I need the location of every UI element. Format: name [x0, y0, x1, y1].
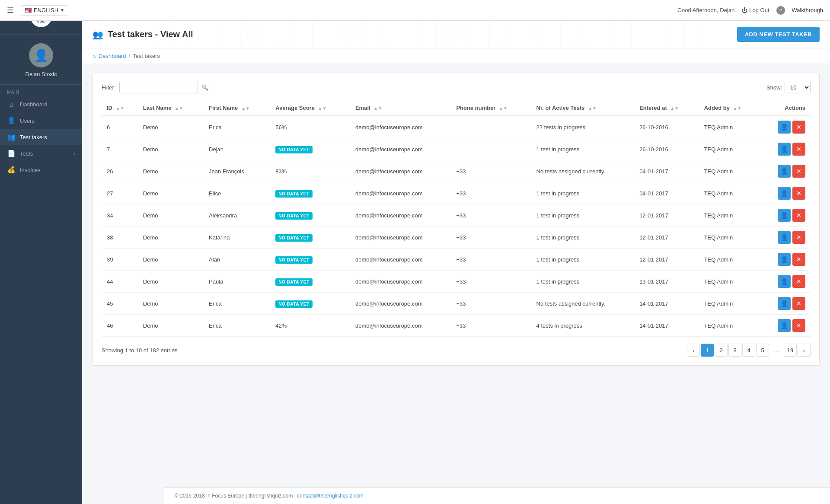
user-edit-icon: 👤 — [781, 146, 788, 153]
delete-button[interactable]: ✕ — [792, 253, 805, 266]
edit-button[interactable]: 👤 — [778, 253, 791, 266]
col-id[interactable]: ID ▲▼ — [102, 100, 138, 116]
sort-icon: ▲▼ — [318, 106, 327, 111]
edit-button[interactable]: 👤 — [778, 187, 791, 200]
page-2-button[interactable]: 2 — [715, 344, 728, 357]
edit-button[interactable]: 👤 — [778, 231, 791, 244]
breadcrumb-dashboard-link[interactable]: Dashboard — [99, 53, 126, 59]
edit-button[interactable]: 👤 — [778, 297, 791, 310]
sidebar: the english quiz 👤 Dejan Stosic MAIN ⌂ D… — [0, 0, 82, 504]
cell-id: 7 — [102, 138, 138, 160]
cell-enteredat: 04-01-2017 — [634, 182, 699, 204]
sort-icon: ▲▼ — [175, 106, 183, 111]
cell-activetests: 1 test in progress — [531, 204, 635, 226]
delete-button[interactable]: ✕ — [792, 187, 805, 200]
cell-id: 34 — [102, 204, 138, 226]
cell-activetests: 4 tests in progress — [531, 315, 635, 337]
cell-phone: +33 — [451, 160, 531, 182]
cell-email: demo@infocuseurope.com — [350, 160, 451, 182]
sort-icon: ▲▼ — [499, 106, 508, 111]
col-avgscore[interactable]: Average Score ▲▼ — [270, 100, 350, 116]
help-button[interactable]: ? — [776, 6, 785, 15]
cell-phone — [451, 116, 531, 138]
search-icon[interactable]: 🔍 — [198, 82, 212, 93]
page-next-button[interactable]: › — [798, 344, 811, 357]
filter-input[interactable] — [120, 82, 198, 93]
edit-button[interactable]: 👤 — [778, 143, 791, 156]
pagination-row: Showing 1 to 10 of 182 entries ‹ 1 2 3 4… — [102, 344, 811, 357]
show-select[interactable]: 10 25 50 100 — [785, 82, 811, 93]
cell-actions: 👤 ✕ — [761, 271, 811, 293]
edit-button[interactable]: 👤 — [778, 121, 791, 134]
breadcrumb-separator: / — [128, 53, 130, 59]
table-row: 38 Demo Katarina NO DATA YET demo@infocu… — [102, 226, 811, 249]
col-firstname[interactable]: First Name ▲▼ — [204, 100, 270, 116]
col-addedby[interactable]: Added by ▲▼ — [699, 100, 761, 116]
sidebar-item-users[interactable]: 👤 Users — [0, 112, 82, 129]
add-new-test-taker-button[interactable]: ADD NEW TEST TAKER — [737, 27, 820, 42]
sidebar-item-tests[interactable]: 📄 Tests › — [0, 145, 82, 162]
edit-button[interactable]: 👤 — [778, 165, 791, 178]
cell-activetests: No tests assigned currently. — [531, 160, 635, 182]
page-1-button[interactable]: 1 — [701, 344, 714, 357]
cell-actions: 👤 ✕ — [761, 160, 811, 182]
tests-icon: 📄 — [7, 150, 16, 157]
page-19-button[interactable]: 19 — [784, 344, 797, 357]
page-4-button[interactable]: 4 — [742, 344, 755, 357]
logout-icon: ⏻ — [741, 7, 747, 14]
page-prev-button[interactable]: ‹ — [687, 344, 700, 357]
sidebar-item-label: Dashboard — [20, 101, 48, 108]
content-area: Filter: 🔍 Show: 10 25 50 100 — [82, 64, 830, 487]
cell-email: demo@infocuseurope.com — [350, 182, 451, 204]
cell-enteredat: 14-01-2017 — [634, 293, 699, 315]
col-activetests[interactable]: Nr. of Active Tests ▲▼ — [531, 100, 635, 116]
cell-actions: 👤 ✕ — [761, 226, 811, 249]
sidebar-user: 👤 Dejan Stosic — [0, 35, 82, 85]
col-phone[interactable]: Phone number ▲▼ — [451, 100, 531, 116]
page-5-button[interactable]: 5 — [756, 344, 769, 357]
test-takers-table: ID ▲▼ Last Name ▲▼ First Name ▲▼ Average… — [102, 100, 811, 337]
footer-contact-link[interactable]: contact@theenglishquiz.com — [297, 493, 364, 499]
cell-enteredat: 04-01-2017 — [634, 160, 699, 182]
edit-button[interactable]: 👤 — [778, 209, 791, 222]
sidebar-item-dashboard[interactable]: ⌂ Dashboard — [0, 96, 82, 112]
sidebar-item-test-takers[interactable]: 👥 Test takers — [0, 129, 82, 145]
cell-activetests: 22 tests in progress — [531, 116, 635, 138]
cell-addedby: TEQ Admin — [699, 182, 761, 204]
sidebar-item-label: Test takers — [20, 134, 47, 140]
sort-icon: ▲▼ — [670, 106, 679, 111]
hamburger-menu[interactable]: ☰ — [7, 6, 14, 15]
language-label: ENGLISH — [34, 7, 58, 13]
no-data-badge: NO DATA YET — [275, 212, 312, 220]
page-3-button[interactable]: 3 — [728, 344, 741, 357]
delete-button[interactable]: ✕ — [792, 143, 805, 156]
delete-button[interactable]: ✕ — [792, 231, 805, 244]
delete-button[interactable]: ✕ — [792, 275, 805, 288]
cell-phone: +33 — [451, 182, 531, 204]
col-email[interactable]: Email ▲▼ — [350, 100, 451, 116]
col-lastname[interactable]: Last Name ▲▼ — [138, 100, 204, 116]
edit-button[interactable]: 👤 — [778, 275, 791, 288]
cell-email: demo@infocuseurope.com — [350, 293, 451, 315]
cell-avgscore: NO DATA YET — [270, 182, 350, 204]
logout-button[interactable]: ⏻ Log Out — [741, 7, 769, 14]
delete-button[interactable]: ✕ — [792, 319, 805, 332]
cell-addedby: TEQ Admin — [699, 138, 761, 160]
users-icon: 👤 — [7, 117, 16, 124]
col-enteredat[interactable]: Entered at ▲▼ — [634, 100, 699, 116]
sidebar-item-invoices[interactable]: 💰 Invoices — [0, 162, 82, 178]
cell-avgscore: NO DATA YET — [270, 271, 350, 293]
delete-button[interactable]: ✕ — [792, 297, 805, 310]
cell-avgscore: NO DATA YET — [270, 249, 350, 271]
edit-button[interactable]: 👤 — [778, 319, 791, 332]
delete-button[interactable]: ✕ — [792, 121, 805, 134]
table-row: 27 Demo Elise NO DATA YET demo@infocuseu… — [102, 182, 811, 204]
walkthrough-link[interactable]: Walkthrough — [792, 7, 824, 13]
cell-enteredat: 26-10-2016 — [634, 138, 699, 160]
delete-button[interactable]: ✕ — [792, 165, 805, 178]
delete-button[interactable]: ✕ — [792, 209, 805, 222]
no-data-badge: NO DATA YET — [275, 146, 312, 153]
table-row: 46 Demo Erica 42% demo@infocuseurope.com… — [102, 315, 811, 337]
table-card: Filter: 🔍 Show: 10 25 50 100 — [93, 73, 820, 366]
language-selector[interactable]: 🇺🇸 ENGLISH ▼ — [21, 5, 68, 16]
